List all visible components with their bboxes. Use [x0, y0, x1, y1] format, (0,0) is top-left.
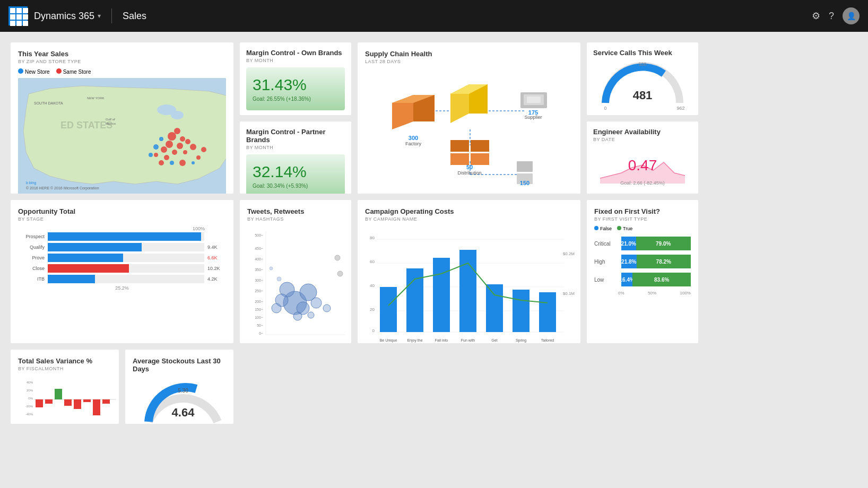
right-column-top: Service Calls This Week 481 0 500 962 En… [587, 42, 698, 194]
svg-text:500~: 500~ [255, 233, 263, 237]
svg-text:© 2016 HERE  © 2016 Microsoft : © 2016 HERE © 2016 Microsoft Corporation [26, 186, 99, 190]
engineer-availability-title: Engineer Availability [593, 128, 692, 136]
opportunity-total-card: Opportunity Total BY STAGE 100% Prospect… [11, 200, 233, 343]
svg-rect-138 [74, 399, 81, 409]
svg-text:Mar: Mar [56, 423, 61, 424]
supply-chain-subtitle: LAST 28 DAYS [365, 59, 573, 64]
tweets-card: Tweets, Retweets BY HASHTAGS 500~ 450~ 4… [240, 200, 351, 343]
svg-rect-49 [450, 140, 469, 152]
svg-point-11 [166, 141, 173, 148]
table-row: Prove 6.6K [18, 254, 226, 262]
svg-point-88 [293, 312, 302, 320]
svg-point-21 [154, 153, 158, 157]
svg-text:Gulf of: Gulf of [106, 118, 115, 121]
svg-point-26 [149, 153, 153, 157]
fixed-subtitle: BY FIRST VISIT TYPE [594, 216, 691, 222]
this-year-sales-card: This Year Sales BY ZIP AND STORE TYPE Ne… [11, 42, 233, 194]
svg-text:150~: 150~ [255, 308, 263, 311]
svg-point-13 [185, 139, 190, 144]
tweets-title: Tweets, Retweets [247, 207, 344, 215]
svg-text:20: 20 [370, 307, 375, 312]
svg-point-9 [168, 132, 176, 141]
tweets-bubble-chart: 500~ 450~ 400~ 350~ 300~ 250~ 200~ 150~ … [247, 226, 344, 337]
svg-text:Sporty: Sporty [489, 343, 500, 343]
map-legend: New Store Same Store [18, 68, 226, 75]
svg-rect-110 [433, 258, 450, 332]
svg-rect-111 [459, 250, 476, 332]
margin-column: Margin Control - Own Brands BY MONTH 31.… [240, 42, 351, 194]
bottom-filler-4 [587, 350, 698, 424]
new-store-legend: New Store [18, 68, 50, 75]
svg-rect-134 [36, 399, 43, 407]
supply-chain-svg: Supplier 175 Factory 300 [368, 68, 570, 185]
svg-text:80: 80 [370, 236, 375, 240]
user-avatar[interactable]: 👤 [843, 7, 860, 24]
bottom-filler-2 [240, 350, 351, 424]
avg-stockouts-card: Average Stockouts Last 30 Days 5.30 4.64… [125, 350, 233, 424]
table-row: ITB 4.2K [18, 275, 226, 283]
svg-text:Factory: Factory [405, 141, 422, 146]
app-name-label: Dynamics 365 [34, 11, 94, 22]
svg-point-90 [323, 304, 331, 312]
service-calls-card: Service Calls This Week 481 0 500 962 [587, 42, 698, 115]
variance-subtitle: BY FISCALMONTH [18, 366, 111, 371]
svg-point-15 [172, 150, 177, 155]
table-row: Prospect [18, 232, 226, 241]
svg-point-92 [335, 255, 340, 260]
map-visual[interactable]: ED STATES SOUTH DAKOTA NEW YORK Gulf of … [18, 78, 226, 194]
svg-text:Jul: Jul [94, 423, 99, 424]
svg-rect-137 [64, 399, 72, 406]
waffle-menu-button[interactable] [8, 6, 28, 25]
svg-text:Tailored: Tailored [541, 338, 554, 342]
margin-partner-value: 32.14% [253, 163, 338, 181]
svg-rect-52 [471, 153, 489, 165]
opportunity-title: Opportunity Total [18, 207, 226, 215]
svg-text:2.00K: 2.00K [296, 337, 306, 337]
svg-text:175: 175 [528, 109, 538, 116]
fixed-x-axis: 0% 50% 100% [594, 291, 691, 295]
svg-rect-135 [45, 399, 53, 404]
svg-text:0: 0 [372, 328, 375, 333]
svg-point-28 [192, 161, 195, 164]
engineer-availability-svg: 0.47 Goal: 2.66 (-82.45%) [595, 146, 690, 189]
svg-point-94 [270, 267, 273, 270]
service-calls-title: Service Calls This Week [593, 49, 692, 57]
app-title[interactable]: Dynamics 365 ▾ [34, 11, 101, 22]
svg-rect-108 [380, 287, 397, 332]
table-row: Qualify 9.4K [18, 243, 226, 251]
campaign-chart: 80 60 40 20 0 $0.2M $0.1M [365, 226, 573, 343]
svg-text:-40%: -40% [25, 413, 33, 416]
svg-point-2 [171, 111, 184, 119]
svg-text:0~: 0~ [259, 332, 263, 335]
svg-rect-55 [517, 161, 533, 172]
svg-text:350~: 350~ [255, 268, 263, 272]
svg-text:0: 0 [604, 106, 606, 111]
svg-text:Enjoy the: Enjoy the [407, 338, 422, 343]
svg-rect-139 [83, 399, 91, 402]
margin-own-subtitle: BY MONTH [246, 58, 345, 63]
svg-rect-141 [102, 399, 110, 404]
svg-text:Distribution: Distribution [457, 170, 481, 176]
true-legend: True [617, 226, 632, 231]
svg-point-16 [183, 150, 187, 154]
supply-chain-card: Supply Chain Health LAST 28 DAYS Supplie… [358, 42, 580, 194]
svg-point-19 [196, 155, 201, 160]
svg-point-91 [272, 303, 281, 313]
supply-chain-title: Supply Chain Health [365, 50, 573, 58]
svg-text:May: May [74, 423, 80, 424]
settings-icon[interactable]: ⚙ [812, 10, 820, 22]
svg-point-23 [179, 160, 186, 166]
margin-own-title: Margin Control - Own Brands [246, 49, 345, 57]
svg-text:$0.2M: $0.2M [563, 251, 575, 256]
margin-own-value: 31.43% [253, 76, 338, 94]
svg-text:SOUTH DAKOTA: SOUTH DAKOTA [34, 101, 63, 105]
svg-text:150: 150 [520, 180, 530, 185]
svg-point-18 [201, 147, 206, 152]
svg-text:40: 40 [370, 283, 375, 288]
svg-text:Jan: Jan [37, 423, 42, 424]
svg-text:Fall into: Fall into [435, 338, 448, 342]
svg-rect-112 [486, 284, 503, 332]
help-icon[interactable]: ? [829, 11, 834, 22]
bottom-filler-3 [358, 350, 580, 424]
svg-point-22 [159, 160, 164, 165]
